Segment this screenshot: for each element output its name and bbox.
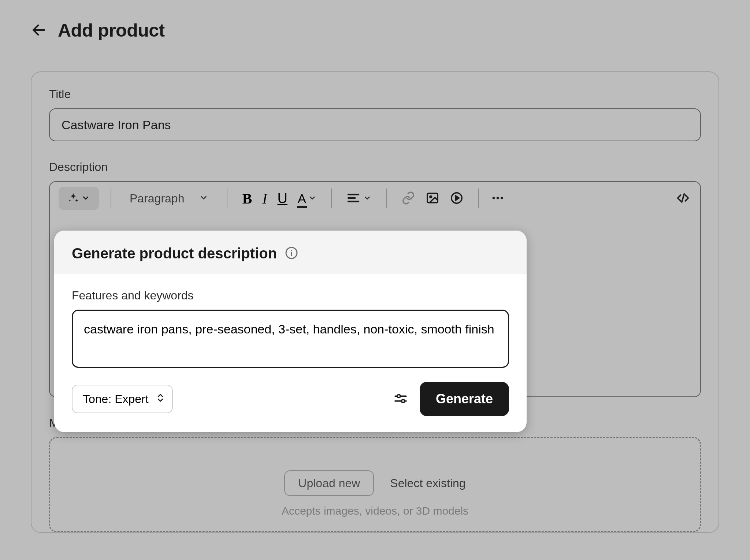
text-color-button[interactable]: A xyxy=(298,187,316,210)
back-button[interactable] xyxy=(31,22,47,39)
svg-point-18 xyxy=(401,399,404,402)
toolbar-divider xyxy=(227,188,227,208)
svg-marker-7 xyxy=(455,195,459,200)
italic-icon: I xyxy=(262,190,267,207)
tone-select[interactable]: Tone: Expert xyxy=(72,385,173,413)
toolbar-divider xyxy=(386,188,387,208)
svg-point-5 xyxy=(430,196,431,198)
text-color-icon: A xyxy=(298,191,306,206)
link-icon xyxy=(401,191,415,206)
sparkle-icon xyxy=(67,192,79,205)
upload-new-button[interactable]: Upload new xyxy=(284,470,374,496)
code-view-button[interactable] xyxy=(676,187,690,210)
svg-point-16 xyxy=(397,395,400,397)
video-button[interactable] xyxy=(450,187,464,210)
chevron-down-icon xyxy=(362,194,371,203)
more-button[interactable] xyxy=(491,187,505,210)
chevron-down-icon xyxy=(307,194,316,203)
bold-icon: B xyxy=(242,190,252,207)
bold-button[interactable]: B xyxy=(242,187,252,210)
generate-button[interactable]: Generate xyxy=(420,382,509,416)
underline-button[interactable]: U xyxy=(277,187,287,210)
tone-label: Tone: Expert xyxy=(83,392,149,406)
ai-settings-button[interactable] xyxy=(390,389,411,409)
more-horizontal-icon xyxy=(491,191,505,206)
title-field-label: Title xyxy=(49,87,701,101)
image-icon xyxy=(426,191,439,206)
generate-description-popover: Generate product description Features an… xyxy=(54,231,527,432)
link-button[interactable] xyxy=(401,187,415,210)
arrow-left-icon xyxy=(31,34,47,39)
media-hint-text: Accepts images, videos, or 3D models xyxy=(282,505,468,517)
select-existing-button[interactable]: Select existing xyxy=(390,477,465,490)
ai-generate-button[interactable] xyxy=(59,187,99,210)
paragraph-format-select[interactable]: Paragraph xyxy=(123,187,215,210)
info-icon[interactable] xyxy=(285,246,298,261)
page-title: Add product xyxy=(58,20,165,41)
title-input[interactable] xyxy=(49,108,701,141)
keywords-input[interactable] xyxy=(72,310,509,368)
description-field-label: Description xyxy=(49,160,701,174)
chevron-down-icon xyxy=(81,194,90,204)
toolbar-divider xyxy=(478,188,479,208)
code-icon xyxy=(676,191,690,206)
svg-point-8 xyxy=(492,197,494,199)
media-dropzone[interactable]: Upload new Select existing Accepts image… xyxy=(49,437,701,532)
play-circle-icon xyxy=(450,191,464,206)
align-button[interactable] xyxy=(344,187,374,210)
svg-line-11 xyxy=(682,194,684,202)
toolbar-divider xyxy=(331,188,332,208)
svg-point-10 xyxy=(501,197,503,199)
sliders-icon xyxy=(393,391,408,407)
format-label: Paragraph xyxy=(130,192,184,205)
popover-title: Generate product description xyxy=(72,245,277,262)
editor-toolbar: Paragraph B I U A xyxy=(50,182,700,215)
svg-point-14 xyxy=(291,250,292,251)
chevron-down-icon xyxy=(199,192,208,205)
align-left-icon xyxy=(346,191,360,206)
svg-point-9 xyxy=(496,197,498,199)
underline-icon: U xyxy=(277,191,287,206)
image-button[interactable] xyxy=(426,187,439,210)
toolbar-divider xyxy=(111,188,111,208)
italic-button[interactable]: I xyxy=(262,187,267,210)
keywords-label: Features and keywords xyxy=(72,289,509,302)
select-chevrons-icon xyxy=(155,392,166,406)
